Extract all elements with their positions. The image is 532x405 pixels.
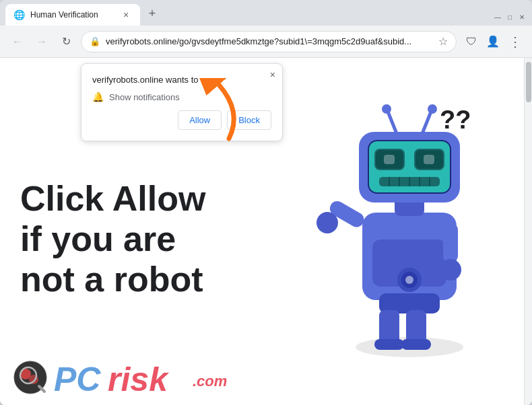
svg-point-15 bbox=[440, 259, 461, 281]
forward-button[interactable]: → bbox=[32, 32, 51, 51]
tab-close-button[interactable]: × bbox=[120, 9, 132, 21]
toolbar-icons: 🛡 👤 ⋮ bbox=[462, 32, 524, 51]
watermark: PC risk .com bbox=[13, 359, 227, 398]
svg-rect-10 bbox=[374, 339, 404, 350]
browser-window: 🌐 Human Verification × + — □ ✕ ← → ↻ 🔒 v… bbox=[0, 0, 532, 405]
address-bar: ← → ↻ 🔒 verifyrobots.online/go/gvsdeytfm… bbox=[0, 26, 532, 58]
close-button[interactable]: ✕ bbox=[517, 12, 527, 22]
window-controls: — □ ✕ bbox=[493, 12, 527, 26]
bell-icon: 🔔 bbox=[92, 91, 104, 102]
tab-strip: 🌐 Human Verification × + bbox=[5, 4, 493, 26]
arrow-indicator bbox=[189, 78, 249, 148]
url-text: verifyrobots.online/go/gvsdeytfme5dkmztg… bbox=[106, 36, 433, 46]
svg-rect-25 bbox=[424, 155, 434, 164]
svg-point-35 bbox=[428, 104, 437, 114]
title-bar: 🌐 Human Verification × + — □ ✕ bbox=[0, 0, 532, 26]
url-bar[interactable]: 🔒 verifyrobots.online/go/gvsdeytfme5dkmz… bbox=[81, 31, 457, 52]
svg-rect-22 bbox=[384, 155, 395, 164]
svg-text:PC: PC bbox=[54, 361, 101, 396]
notification-popup: × verifyrobots.online wants to 🔔 Show no… bbox=[81, 63, 283, 141]
robot-illustration: ?? bbox=[308, 91, 497, 347]
svg-text:risk: risk bbox=[108, 361, 169, 396]
svg-point-6 bbox=[405, 276, 413, 284]
popup-close-button[interactable]: × bbox=[270, 69, 275, 80]
extension-icon[interactable]: 🛡 bbox=[462, 32, 481, 51]
svg-rect-8 bbox=[379, 310, 399, 344]
tab-title: Human Verification bbox=[30, 10, 114, 20]
svg-point-13 bbox=[317, 212, 338, 233]
pcrisk-logo-icon bbox=[13, 361, 47, 397]
back-button[interactable]: ← bbox=[8, 32, 27, 51]
lock-icon: 🔒 bbox=[90, 36, 100, 46]
new-tab-button[interactable]: + bbox=[143, 4, 162, 23]
bookmark-icon[interactable]: ☆ bbox=[438, 35, 448, 48]
svg-line-34 bbox=[423, 112, 431, 132]
svg-point-33 bbox=[382, 104, 391, 114]
minimize-button[interactable]: — bbox=[493, 12, 502, 22]
page-content: × verifyrobots.online wants to 🔔 Show no… bbox=[0, 58, 524, 405]
show-notifications-label: Show notifications bbox=[109, 92, 180, 102]
pcrisk-dotcom: .com bbox=[193, 373, 227, 390]
tab-favicon-icon: 🌐 bbox=[13, 9, 25, 20]
menu-icon[interactable]: ⋮ bbox=[505, 32, 524, 51]
svg-rect-14 bbox=[443, 223, 458, 263]
pcrisk-text-logo: PC risk bbox=[53, 359, 187, 398]
svg-text:??: ?? bbox=[440, 106, 471, 134]
svg-rect-9 bbox=[406, 310, 426, 344]
active-tab[interactable]: 🌐 Human Verification × bbox=[5, 4, 140, 26]
maximize-button[interactable]: □ bbox=[505, 12, 514, 22]
scrollbar[interactable] bbox=[524, 58, 532, 405]
scrollbar-thumb[interactable] bbox=[526, 62, 531, 102]
main-instruction-text: Click Allow if you are not a robot bbox=[20, 179, 236, 299]
svg-rect-11 bbox=[401, 339, 431, 350]
profile-icon[interactable]: 👤 bbox=[484, 32, 502, 51]
refresh-button[interactable]: ↻ bbox=[57, 32, 75, 51]
page-area: × verifyrobots.online wants to 🔔 Show no… bbox=[0, 58, 532, 405]
svg-line-32 bbox=[388, 112, 396, 132]
